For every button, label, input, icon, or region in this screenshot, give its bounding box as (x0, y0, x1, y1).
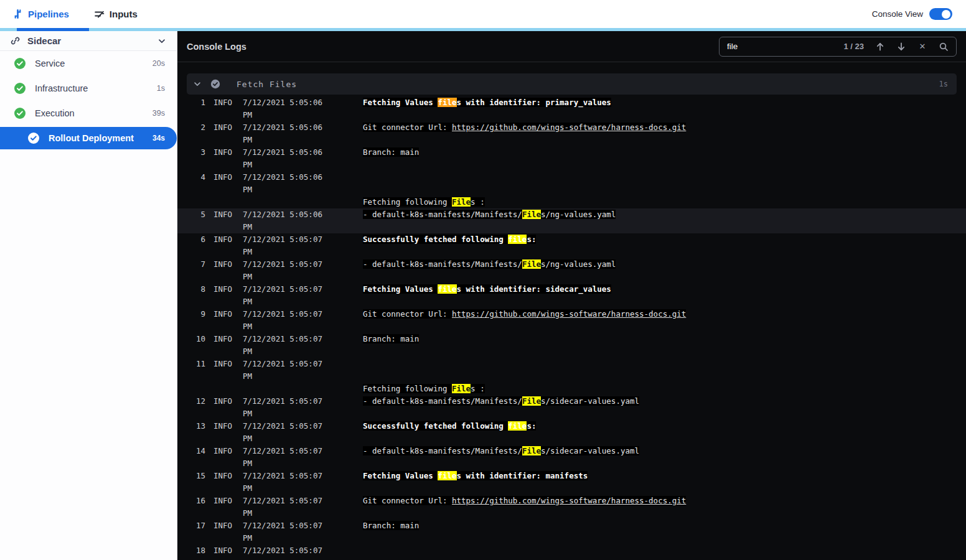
log-scroll-area: Fetch Files 1s 1INFO7/12/2021 5:05:06 PM… (177, 62, 966, 560)
log-level: INFO (213, 395, 243, 420)
success-check-icon (27, 132, 40, 144)
log-timestamp (243, 383, 336, 395)
log-timestamp: 7/12/2021 5:05:07 PM (243, 445, 336, 470)
log-line-number: 2 (187, 121, 205, 146)
log-level: INFO (213, 283, 243, 308)
log-message (363, 358, 957, 383)
link-icon (10, 35, 21, 46)
console-title: Console Logs (187, 42, 246, 52)
search-input[interactable] (727, 42, 832, 51)
top-tabs: Pipelines Inputs (0, 0, 150, 28)
log-row: 7INFO7/12/2021 5:05:07 PM- default-k8s-m… (177, 258, 966, 283)
log-text: s with identifier: manifests (457, 471, 588, 480)
toggle-knob (942, 10, 950, 19)
log-timestamp: 7/12/2021 5:05:07 PM (243, 233, 336, 258)
log-level: INFO (213, 520, 243, 544)
log-message: Git connector Url: https://github.com/wi… (363, 495, 957, 520)
chevron-down-icon[interactable] (193, 80, 202, 88)
log-level (213, 383, 243, 395)
log-timestamp: 7/12/2021 5:05:07 PM (243, 470, 336, 495)
console-header: Console Logs 1 / 23 ✕ (177, 31, 966, 62)
console-view-toggle[interactable] (929, 8, 952, 20)
log-row: 18INFO7/12/2021 5:05:07 PM (177, 544, 966, 560)
log-level: INFO (213, 146, 243, 171)
log-row: Fetching following Files : (177, 383, 966, 395)
log-row: 3INFO7/12/2021 5:05:06 PMBranch: main (177, 146, 966, 171)
log-row: 5INFO7/12/2021 5:05:06 PM- default-k8s-m… (177, 208, 966, 233)
log-message: Successfully fetched following files: (363, 420, 957, 445)
sidebar-item-service[interactable]: Service 20s (0, 51, 177, 76)
log-link[interactable]: https://github.com/wings-software/harnes… (452, 496, 686, 505)
log-level: INFO (213, 208, 243, 233)
log-section-fetch-files[interactable]: Fetch Files 1s (187, 73, 957, 95)
log-timestamp: 7/12/2021 5:05:07 PM (243, 520, 336, 544)
log-message: Branch: main (363, 333, 957, 358)
sidebar-item-rollout-deployment[interactable]: Rollout Deployment 34s (0, 127, 177, 149)
log-text: Git connector Url: (363, 496, 452, 505)
log-link[interactable]: https://github.com/wings-software/harnes… (452, 309, 686, 319)
stage-duration: 1s (157, 84, 165, 93)
inputs-icon (94, 9, 105, 19)
search-match-counter: 1 / 23 (843, 42, 864, 51)
sidebar-item-infrastructure[interactable]: Infrastructure 1s (0, 76, 177, 101)
pipeline-name: Sidecar (27, 35, 61, 46)
log-line-number: 11 (187, 358, 205, 383)
log-timestamp: 7/12/2021 5:05:06 PM (243, 96, 336, 121)
log-text: Fetching Values (363, 471, 438, 480)
log-timestamp: 7/12/2021 5:05:07 PM (243, 283, 336, 308)
log-level: INFO (213, 445, 243, 470)
log-text: s: (527, 235, 536, 244)
previous-match-icon[interactable] (875, 42, 885, 52)
log-timestamp: 7/12/2021 5:05:06 PM (243, 171, 336, 196)
search-icon[interactable] (939, 42, 949, 52)
chevron-down-icon[interactable] (157, 36, 167, 46)
log-message: Fetching following Files : (363, 196, 957, 208)
log-row: Fetching following Files : (177, 196, 966, 208)
pipeline-sidebar: Sidecar Service 20s Infrastructure 1s (0, 31, 177, 560)
log-line-number: 1 (187, 96, 205, 121)
log-timestamp: 7/12/2021 5:05:07 PM (243, 258, 336, 283)
log-row: 17INFO7/12/2021 5:05:07 PMBranch: main (177, 520, 966, 544)
search-match: file (508, 421, 527, 431)
search-match: File (522, 446, 541, 455)
tab-underline-strip (0, 28, 966, 31)
log-text: - default-k8s-manifests/Manifests/ (363, 446, 522, 455)
search-match: File (522, 259, 541, 269)
console-panel: Console Logs 1 / 23 ✕ (177, 31, 966, 560)
step-success-icon (210, 79, 220, 89)
log-level (213, 196, 243, 208)
log-text: Branch: main (363, 147, 419, 157)
log-text: s with identifier: primary_values (457, 98, 611, 107)
active-tab-underline (17, 28, 89, 31)
pipeline-header[interactable]: Sidecar (0, 31, 177, 51)
log-text: s: (527, 421, 536, 431)
log-text: - default-k8s-manifests/Manifests/ (363, 396, 522, 406)
log-text: Successfully fetched following (363, 421, 508, 431)
log-timestamp: 7/12/2021 5:05:06 PM (243, 121, 336, 146)
log-text: s/ng-values.yaml (541, 259, 616, 269)
log-message: Successfully fetched following files: (363, 233, 957, 258)
log-row: 1INFO7/12/2021 5:05:06 PMFetching Values… (177, 96, 966, 121)
tab-inputs[interactable]: Inputs (82, 0, 150, 28)
search-match: File (452, 384, 471, 393)
log-row: 6INFO7/12/2021 5:05:07 PMSuccessfully fe… (177, 233, 966, 258)
log-link[interactable]: https://github.com/wings-software/harnes… (452, 123, 686, 132)
next-match-icon[interactable] (896, 42, 906, 52)
log-text: - default-k8s-manifests/Manifests/ (363, 259, 522, 269)
search-match: File (522, 396, 541, 406)
log-row: 16INFO7/12/2021 5:05:07 PMGit connector … (177, 495, 966, 520)
log-search-box: 1 / 23 ✕ (719, 37, 957, 57)
sidebar-item-execution[interactable]: Execution 39s (0, 101, 177, 126)
log-row: 14INFO7/12/2021 5:05:07 PM- default-k8s-… (177, 445, 966, 470)
log-line-number: 16 (187, 495, 205, 520)
log-line-number: 7 (187, 258, 205, 283)
search-match-current: file (438, 98, 456, 107)
log-line-number: 5 (187, 208, 205, 233)
tab-pipelines[interactable]: Pipelines (0, 0, 82, 28)
log-text: Fetching Values (363, 284, 438, 294)
log-level: INFO (213, 233, 243, 258)
close-search-icon[interactable]: ✕ (917, 42, 927, 52)
log-row: 13INFO7/12/2021 5:05:07 PMSuccessfully f… (177, 420, 966, 445)
log-timestamp: 7/12/2021 5:05:07 PM (243, 420, 336, 445)
log-row: 15INFO7/12/2021 5:05:07 PMFetching Value… (177, 470, 966, 495)
